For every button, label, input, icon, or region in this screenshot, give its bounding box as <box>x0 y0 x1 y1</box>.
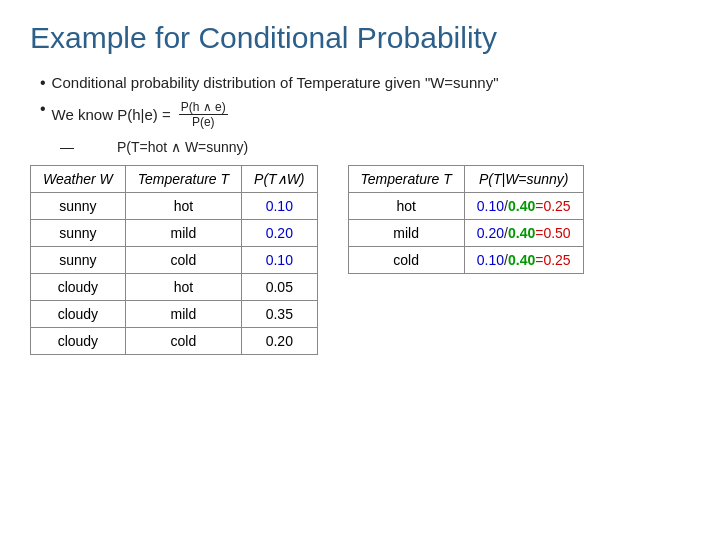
table-cell: hot <box>125 274 241 301</box>
bullet-list: Conditional probability distribution of … <box>40 74 690 129</box>
table-cell: mild <box>125 301 241 328</box>
we-know-text: We know P(h|e) = <box>52 106 171 123</box>
left-table-body: sunnyhot0.10sunnymild0.20sunnycold0.10cl… <box>31 193 318 355</box>
right-table-body: hot0.10/0.40=0.25mild0.20/0.40=0.50cold0… <box>348 193 583 274</box>
table-cell: 0.10 <box>242 247 317 274</box>
fraction-denominator: P(e) <box>190 115 217 129</box>
table-row: cold0.10/0.40=0.25 <box>348 247 583 274</box>
right-temp-cell: mild <box>348 220 464 247</box>
bullet-1: Conditional probability distribution of … <box>40 74 690 92</box>
right-prob-cell: 0.20/0.40=0.50 <box>464 220 583 247</box>
table-row: sunnymild0.20 <box>31 220 318 247</box>
fraction-numerator: P(h ∧ e) <box>179 100 228 115</box>
bullet-1-text: Conditional probability distribution of … <box>52 74 499 91</box>
right-table: Temperature T P(T|W=sunny) hot0.10/0.40=… <box>348 165 584 274</box>
table-cell: cloudy <box>31 328 126 355</box>
partial-formula-line: — P(T=hot ∧ W=sunny) <box>60 139 690 155</box>
right-col-prob: P(T|W=sunny) <box>464 166 583 193</box>
slide-title: Example for Conditional Probability <box>30 20 690 56</box>
table-cell: 0.35 <box>242 301 317 328</box>
right-col-temp: Temperature T <box>348 166 464 193</box>
table-row: mild0.20/0.40=0.50 <box>348 220 583 247</box>
table-cell: hot <box>125 193 241 220</box>
table-cell: 0.10 <box>242 193 317 220</box>
table-cell: cold <box>125 328 241 355</box>
table-row: cloudymild0.35 <box>31 301 318 328</box>
left-table-header-row: Weather W Temperature T P(T∧W) <box>31 166 318 193</box>
table-row: sunnycold0.10 <box>31 247 318 274</box>
bullet-2-formula: We know P(h|e) = P(h ∧ e) P(e) <box>52 100 230 129</box>
table-row: sunnyhot0.10 <box>31 193 318 220</box>
bullet-2: We know P(h|e) = P(h ∧ e) P(e) <box>40 100 690 129</box>
table-cell: 0.20 <box>242 220 317 247</box>
left-col-temp: Temperature T <box>125 166 241 193</box>
table-cell: cloudy <box>31 301 126 328</box>
left-col-weather: Weather W <box>31 166 126 193</box>
table-cell: sunny <box>31 247 126 274</box>
table-cell: sunny <box>31 220 126 247</box>
table-cell: 0.05 <box>242 274 317 301</box>
table-row: cloudyhot0.05 <box>31 274 318 301</box>
table-cell: sunny <box>31 193 126 220</box>
partial-formula-text: P(T=hot ∧ W=sunny) <box>117 139 248 155</box>
tables-area: Weather W Temperature T P(T∧W) sunnyhot0… <box>30 165 690 355</box>
dash-placeholder: — <box>60 139 113 155</box>
table-row: hot0.10/0.40=0.25 <box>348 193 583 220</box>
right-prob-cell: 0.10/0.40=0.25 <box>464 193 583 220</box>
table-cell: cold <box>125 247 241 274</box>
table-cell: cloudy <box>31 274 126 301</box>
right-prob-cell: 0.10/0.40=0.25 <box>464 247 583 274</box>
left-col-prob: P(T∧W) <box>242 166 317 193</box>
table-cell: mild <box>125 220 241 247</box>
table-row: cloudycold0.20 <box>31 328 318 355</box>
left-table: Weather W Temperature T P(T∧W) sunnyhot0… <box>30 165 318 355</box>
right-temp-cell: cold <box>348 247 464 274</box>
table-cell: 0.20 <box>242 328 317 355</box>
right-table-header-row: Temperature T P(T|W=sunny) <box>348 166 583 193</box>
right-temp-cell: hot <box>348 193 464 220</box>
fraction: P(h ∧ e) P(e) <box>179 100 228 129</box>
slide: Example for Conditional Probability Cond… <box>0 0 720 540</box>
